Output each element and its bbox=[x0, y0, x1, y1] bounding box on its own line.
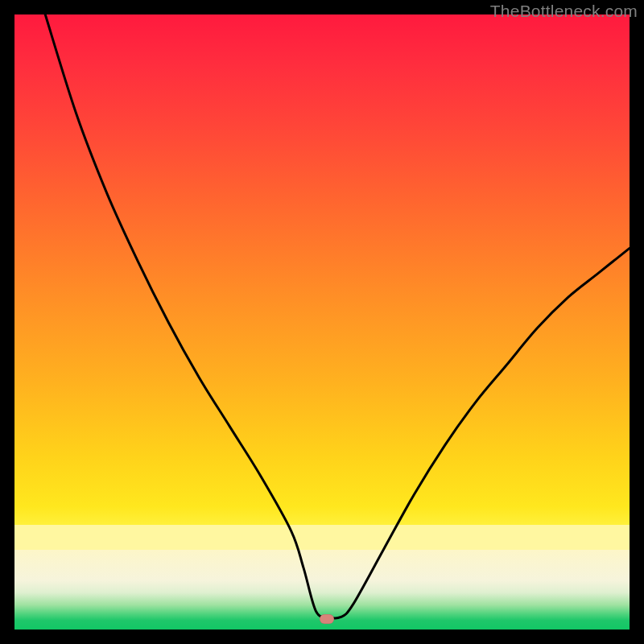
optimal-point-marker bbox=[320, 614, 334, 624]
watermark-text: TheBottleneck.com bbox=[490, 2, 638, 21]
plot-area bbox=[14, 14, 630, 630]
chart-frame: TheBottleneck.com bbox=[0, 0, 644, 644]
bottleneck-curve bbox=[14, 14, 630, 630]
curve-path bbox=[45, 14, 630, 618]
